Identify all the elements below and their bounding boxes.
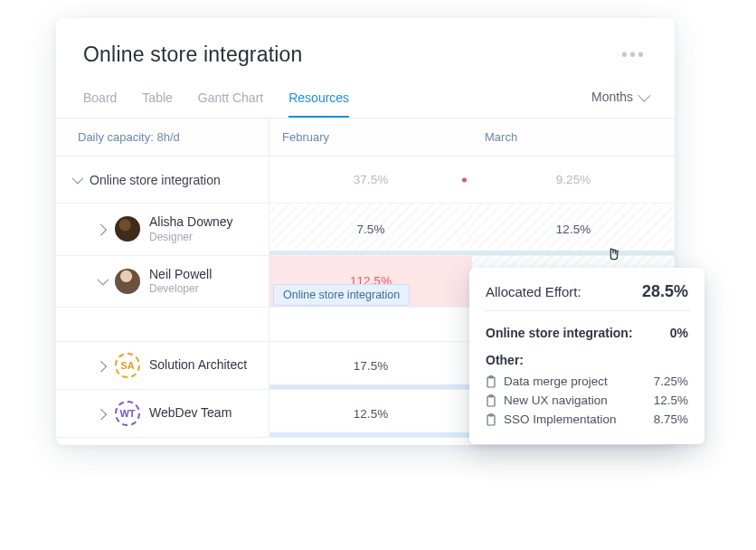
allocation-bar	[472, 251, 675, 255]
clipboard-icon	[486, 375, 496, 388]
other-label: Other:	[486, 353, 688, 367]
project-row-name[interactable]: Online store integration	[56, 156, 269, 204]
alisha-feb-cell[interactable]: 7.5%	[269, 204, 472, 256]
project-name: Online store integration	[90, 173, 221, 187]
chevron-right-icon	[95, 408, 107, 420]
role-badge: WT	[115, 401, 140, 426]
allocated-effort-value: 28.5%	[642, 282, 688, 301]
project-mar-value: 9.25%	[556, 173, 591, 186]
resource-name: Solution Architect	[149, 357, 247, 374]
clipboard-icon	[486, 394, 496, 407]
resource-row-wt[interactable]: WT WebDev Team	[56, 390, 269, 438]
other-item: Data merge project 7.25%	[486, 375, 688, 388]
allocation-bar	[269, 384, 472, 389]
project-allocation-value: 0%	[670, 326, 688, 340]
tab-resources[interactable]: Resources	[288, 85, 349, 118]
divider	[484, 310, 690, 311]
period-selector[interactable]: Months	[591, 90, 647, 113]
overallocation-dot-icon	[462, 177, 467, 182]
avatar	[115, 269, 140, 294]
other-item-name: SSO Implementation	[504, 412, 617, 426]
other-item-value: 7.25%	[654, 375, 688, 388]
other-item-name: New UX navigation	[504, 394, 608, 407]
role-badge: SA	[115, 353, 140, 378]
svg-rect-0	[487, 377, 495, 387]
capacity-header: Daily capacity: 8h/d	[56, 119, 269, 156]
cell-value: 17.5%	[354, 359, 388, 373]
tab-table[interactable]: Table	[142, 85, 172, 118]
tab-gantt[interactable]: Gantt Chart	[198, 85, 263, 118]
other-item-name: Data merge project	[504, 375, 608, 388]
allocation-bar	[269, 251, 472, 255]
other-item: New UX navigation 12.5%	[486, 394, 688, 407]
view-toolbar: Board Table Gantt Chart Resources Months	[56, 76, 675, 119]
period-label: Months	[591, 90, 633, 104]
clipboard-icon	[486, 413, 496, 426]
alisha-mar-cell[interactable]: 12.5%	[472, 204, 675, 256]
resource-row-sa[interactable]: SA Solution Architect	[56, 342, 269, 390]
svg-rect-4	[487, 415, 495, 425]
project-mar-cell[interactable]: 9.25%	[472, 156, 675, 204]
wt-feb-cell[interactable]: 12.5%	[269, 390, 472, 438]
project-allocation-label: Online store integration:	[486, 326, 633, 340]
allocation-bar	[269, 432, 472, 437]
cell-value: 7.5%	[357, 223, 385, 236]
resource-name: Neil Powell	[149, 267, 212, 283]
chevron-right-icon	[95, 360, 107, 372]
resource-row-alisha[interactable]: Alisha Downey Designer	[56, 204, 269, 256]
page-title: Online store integration	[83, 43, 303, 67]
chevron-down-icon	[72, 173, 84, 185]
resource-role: Developer	[149, 282, 212, 296]
month-header-mar: March	[472, 119, 675, 156]
chevron-down-icon	[638, 90, 650, 102]
cell-value: 12.5%	[556, 223, 591, 236]
view-tabs: Board Table Gantt Chart Resources	[83, 85, 349, 118]
more-menu-button[interactable]: •••	[619, 42, 647, 67]
resource-name: WebDev Team	[149, 405, 232, 422]
resource-role: Designer	[149, 231, 233, 244]
task-lane-feb	[269, 308, 472, 342]
sa-feb-cell[interactable]: 17.5%	[269, 342, 472, 390]
svg-rect-2	[487, 396, 495, 406]
resource-name: Alisha Downey	[149, 214, 233, 231]
panel-header: Online store integration •••	[56, 18, 675, 76]
month-header-feb: February	[269, 119, 472, 156]
project-feb-cell[interactable]: 37.5%	[269, 156, 472, 204]
avatar	[115, 216, 140, 242]
resource-row-neil[interactable]: Neil Powell Developer	[56, 256, 269, 308]
task-lane	[56, 308, 269, 342]
project-feb-value: 37.5%	[354, 173, 388, 186]
other-item-value: 8.75%	[654, 412, 688, 426]
chevron-right-icon	[95, 224, 107, 236]
cell-value: 12.5%	[354, 407, 388, 421]
allocation-tooltip: Allocated Effort: 28.5% Online store int…	[469, 268, 704, 444]
allocated-effort-label: Allocated Effort:	[486, 284, 581, 299]
other-item: SSO Implementation 8.75%	[486, 412, 688, 426]
tab-board[interactable]: Board	[83, 85, 117, 118]
chevron-down-icon	[98, 274, 109, 286]
task-bar[interactable]: Online store integration	[273, 284, 410, 306]
other-item-value: 12.5%	[654, 394, 688, 407]
